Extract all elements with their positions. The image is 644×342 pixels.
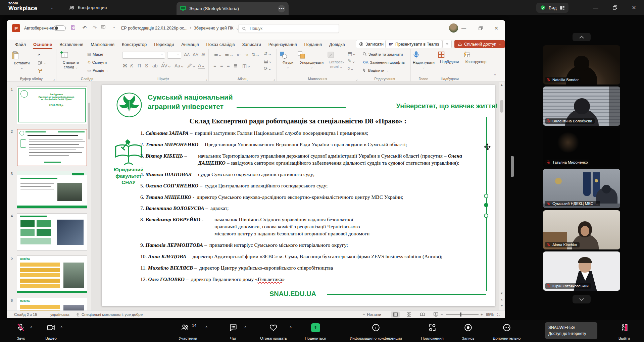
bullets-icon[interactable]: ≔⌄ [213,52,222,57]
participant-video-3[interactable]: Татьяна Мироненко [543,128,620,167]
copy-icon[interactable]: ⌄ [38,60,46,65]
section-button[interactable]: ▭ Розділ⌄ [87,68,108,73]
previous-slide-icon[interactable]: ⏶ [499,298,504,302]
dictate-button[interactable]: Надиктувати⌄ [413,51,434,70]
chat-options-chevron[interactable]: ˄ [244,325,246,329]
collapse-ribbon-chevron-icon[interactable]: ⌄ [493,72,497,76]
text-direction-icon[interactable]: ⇵⌄ [264,51,271,56]
zoom-maximize-button[interactable] [607,0,623,15]
font-name-combobox[interactable] [122,52,165,59]
decrease-indent-icon[interactable]: ⇤ [237,52,241,57]
font-color-icon[interactable]: A⌄ [198,63,205,69]
chat-button[interactable]: ˄ Чат [217,322,249,341]
shape-outline-icon[interactable]: ✎⌄ [348,58,355,64]
addins-button[interactable]: Надбудови [438,51,461,64]
ribbon-tab[interactable]: Подання [300,40,326,49]
convert-smartart-icon[interactable]: ⟳⌄ [264,66,271,71]
thumbnail-scrollbar[interactable] [88,103,90,139]
slide-thumbnail-5[interactable]: Освіта [17,255,87,293]
zoom-minimize-button[interactable]: — [588,0,603,15]
cut-icon[interactable]: ✂ [38,52,41,57]
slide-area-scrollbar[interactable]: ▲ ▼ ⏶ ⏷ [499,82,504,310]
comments-button[interactable] [442,40,452,48]
zoom-slider-thumb[interactable] [460,312,461,317]
shapes-button[interactable]: Фігури⌄ [279,51,297,70]
columns-icon[interactable]: ◫⌄ [242,63,251,68]
share-screen-button[interactable]: Поделиться [297,322,334,341]
line-spacing-icon[interactable]: ⇅⌄ [252,52,259,57]
slide-thumbnail-6[interactable]: Освіта [17,298,87,310]
search-input[interactable] [249,26,326,31]
align-right-icon[interactable]: ≡ [227,63,230,68]
ribbon-tab[interactable]: Переходи [150,40,178,49]
record-button[interactable]: Записати [356,40,387,48]
text-shadow-icon[interactable]: ab [152,63,158,68]
shared-screen-scrollbar-thumb[interactable] [511,156,514,177]
leave-button[interactable]: Выйти [608,322,640,341]
meeting-info-button[interactable]: Информация о конференции [339,322,413,341]
justify-icon[interactable]: ≣ [234,63,238,68]
participant-video-2[interactable]: Валентина Волобуєва [543,87,620,126]
numbering-icon[interactable]: ≕⌄ [225,52,234,57]
save-status[interactable]: Збережено у цей ПК [194,26,233,31]
redo-icon[interactable]: ↷ [91,25,99,31]
zoom-close-button[interactable]: ✕ [626,0,642,15]
ribbon-tab[interactable]: Основне [30,40,56,49]
next-slide-icon[interactable]: ⏷ [499,304,504,308]
react-button[interactable]: ˄ Отреагировать [253,322,294,341]
more-button[interactable]: Дополнительно [485,322,529,341]
normal-view-icon[interactable] [391,311,400,318]
find-replace-button[interactable]: Знайти та замінити [362,52,403,56]
font-size-combobox[interactable] [167,52,181,59]
tab-meeting[interactable]: Конференция [69,0,107,15]
paste-button[interactable]: Вставити⌄ [11,51,32,70]
slide-sorter-view-icon[interactable] [404,311,413,318]
scroll-up-icon[interactable]: ▲ [499,83,504,87]
share-document-button[interactable]: Спільний доступ ⌄ [454,40,505,48]
participants-scroll-up-chevron[interactable] [573,33,591,41]
workspace-chevron-icon[interactable]: ⌄ [50,5,53,10]
slide-thumbnail-2-selected[interactable] [17,129,87,166]
font-dialog-launcher[interactable]: ⌟ [206,77,207,81]
drawing-dialog-launcher[interactable]: ⌟ [356,77,357,81]
slide-thumbnail-4[interactable] [17,213,87,251]
clipboard-dialog-launcher[interactable]: ⌟ [53,77,55,81]
ppt-maximize-button[interactable] [473,20,488,36]
present-in-teams-button[interactable]: T Презентувати в Teams [385,40,442,48]
ribbon-tab[interactable]: Анімація [178,40,202,49]
ribbon-tab[interactable]: Конструктор [118,40,150,49]
align-center-icon[interactable]: ≡ [220,63,223,68]
ribbon-tab[interactable]: Вставлення [56,40,87,49]
ribbon-tab[interactable]: Файл [11,40,30,49]
view-control[interactable]: Вид [536,3,568,13]
reading-view-icon[interactable] [418,311,427,318]
notes-button[interactable]: ≐ Нотатки [362,311,381,318]
format-painter-icon[interactable] [38,68,42,73]
react-options-chevron[interactable]: ˄ [290,325,292,329]
tab-screen-share[interactable]: Экран (Strelnyk Viktoria) ••• [177,2,289,15]
shape-fill-icon[interactable]: ⬒⌄ [348,51,356,56]
paragraph-dialog-launcher[interactable]: ⌟ [274,77,275,81]
eraser-icon[interactable]: ◊⌄ [348,66,354,71]
replace-fonts-button[interactable]: ⟲A Замінення шрифтів [362,60,405,65]
video-button[interactable]: ˄ Видео [36,322,66,341]
ribbon-tab[interactable]: Рецензування [265,40,301,49]
bold-icon[interactable]: Ж [123,63,127,68]
zoom-in-icon[interactable]: + [481,311,483,318]
apps-button[interactable]: Приложения [414,322,450,341]
slide-thumbnail-3[interactable] [17,171,87,209]
arrange-button[interactable]: Упорядкувати⌄ [297,51,326,70]
ribbon-tab[interactable]: Записати [239,40,265,49]
video-options-chevron[interactable]: ˄ [60,325,62,329]
start-slideshow-icon[interactable] [101,25,109,30]
tab-more-options-icon[interactable]: ••• [278,5,285,12]
scroll-down-icon[interactable]: ▼ [499,292,504,295]
audio-options-chevron[interactable]: ˄ [30,325,32,329]
participant-video-5[interactable]: Alona Klochko [543,210,620,249]
change-case-icon[interactable]: Aa⌄ [175,63,184,68]
align-text-icon[interactable]: ⬓⌄ [264,58,272,64]
autosave-toggle[interactable] [54,25,66,31]
participant-video-1[interactable]: Nataliia Bondar [543,45,620,84]
ribbon-tab[interactable]: Довідка [326,40,349,49]
clear-formatting-icon[interactable]: A̸ [201,52,204,57]
